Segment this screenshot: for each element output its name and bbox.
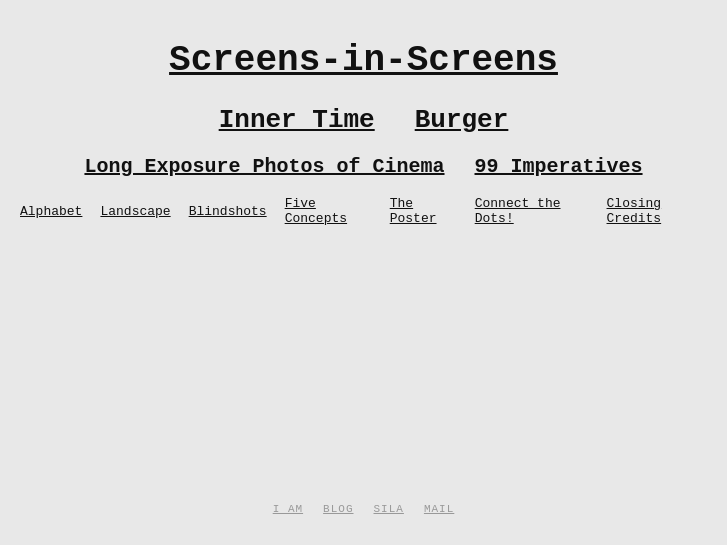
long-exposure-link[interactable]: Long Exposure Photos of Cinema (84, 155, 444, 178)
blindshots-link[interactable]: Blindshots (189, 204, 267, 219)
blog-link[interactable]: BLOG (323, 503, 353, 515)
row-large: Inner Time Burger (219, 105, 509, 135)
landscape-link[interactable]: Landscape (100, 204, 170, 219)
closing-credits-link[interactable]: Closing Credits (607, 196, 707, 226)
row-medium: Long Exposure Photos of Cinema 99 Impera… (84, 155, 642, 178)
footer: I AM BLOG SILA MAIL (273, 503, 455, 515)
row-small: Alphabet Landscape Blindshots Five Conce… (20, 196, 707, 226)
site-title[interactable]: Screens-in-Screens (169, 40, 558, 81)
burger-link[interactable]: Burger (415, 105, 509, 135)
five-concepts-link[interactable]: Five Concepts (285, 196, 372, 226)
alphabet-link[interactable]: Alphabet (20, 204, 82, 219)
main-content: Screens-in-Screens Inner Time Burger Lon… (20, 40, 707, 236)
connect-dots-link[interactable]: Connect the Dots! (475, 196, 589, 226)
99-imperatives-link[interactable]: 99 Imperatives (475, 155, 643, 178)
inner-time-link[interactable]: Inner Time (219, 105, 375, 135)
i-am-link[interactable]: I AM (273, 503, 303, 515)
mail-link[interactable]: MAIL (424, 503, 454, 515)
sila-link[interactable]: SILA (374, 503, 404, 515)
the-poster-link[interactable]: The Poster (390, 196, 457, 226)
